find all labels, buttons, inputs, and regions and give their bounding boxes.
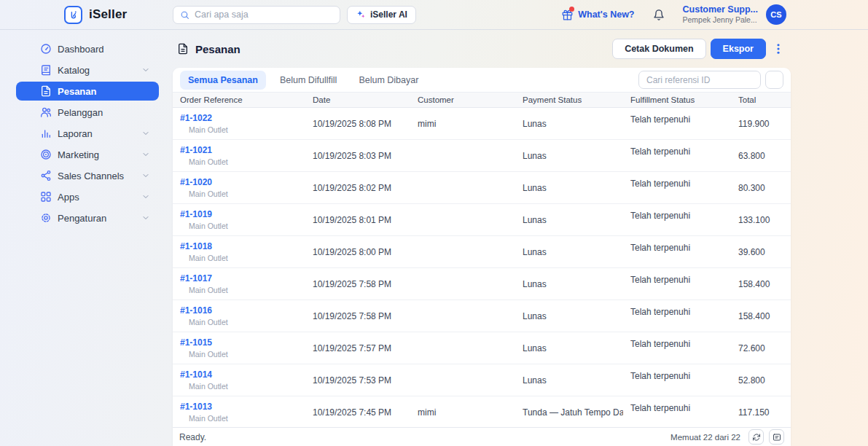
date-cell: 10/19/2025 7:57 PM: [305, 343, 410, 353]
account-menu[interactable]: Customer Supp... Pempek Jenny Pale... CS: [683, 4, 786, 26]
status-text: Ready.: [179, 432, 206, 442]
fulfillment-status-cell: Telah terpenuhi: [623, 236, 731, 253]
order-ref-link[interactable]: #1-1019: [180, 209, 305, 219]
sidebar-item-laporan[interactable]: Laporan: [16, 124, 159, 143]
sidebar-item-katalog[interactable]: Katalog: [16, 60, 159, 79]
sidebar-item-dashboard[interactable]: Dashboard: [16, 39, 159, 58]
iseller-logo-icon: [64, 6, 82, 24]
whats-new-link[interactable]: What's New?: [562, 9, 634, 20]
table-row[interactable]: #1-1018Main Outlet10/19/2025 8:00 PMLuna…: [173, 236, 791, 268]
fulfillment-status-cell: Telah terpenuhi: [623, 396, 731, 413]
chevron-down-icon: [141, 171, 150, 180]
order-ref-link[interactable]: #1-1016: [180, 305, 305, 316]
refresh-button[interactable]: [748, 429, 764, 445]
order-ref-link[interactable]: #1-1021: [180, 145, 305, 155]
order-ref-link[interactable]: #1-1015: [180, 337, 305, 348]
table-row[interactable]: #1-1015Main Outlet10/19/2025 7:57 PMLuna…: [173, 332, 791, 364]
tab-belum-dibayar[interactable]: Belum Dibayar: [351, 71, 426, 90]
payment-status-cell: Lunas: [515, 311, 623, 321]
fulfillment-status-cell: Telah terpenuhi: [623, 204, 731, 221]
sidebar-item-pengaturan[interactable]: Pengaturan: [16, 208, 159, 227]
outlet-label: Main Outlet: [180, 125, 305, 134]
payment-status-cell: Lunas: [515, 151, 623, 161]
table-header-row: Order ReferenceDateCustomerPayment Statu…: [173, 93, 791, 108]
sidebar-item-label: Marketing: [58, 149, 99, 160]
avatar[interactable]: CS: [766, 4, 786, 25]
sidebar-item-apps[interactable]: Apps: [16, 187, 159, 206]
total-cell: 52.800: [731, 375, 791, 386]
table-row[interactable]: #1-1021Main Outlet10/19/2025 8:03 PMLuna…: [173, 140, 791, 172]
fulfillment-status-cell: Telah terpenuhi: [623, 268, 731, 285]
payment-status-cell: Lunas: [515, 247, 623, 257]
tab-bar: Semua PesananBelum DifullfillBelum Dibay…: [173, 68, 791, 93]
table-row[interactable]: #1-1014Main Outlet10/19/2025 7:53 PMLuna…: [173, 364, 791, 396]
search-icon: [180, 10, 189, 20]
table-row[interactable]: #1-1022Main Outlet10/19/2025 8:08 PMmimi…: [173, 108, 791, 140]
notification-dot: [569, 7, 574, 12]
total-cell: 72.600: [731, 343, 791, 353]
payment-status-cell: Tunda — Jatuh Tempo Dalam 1: [515, 407, 623, 418]
order-ref-link[interactable]: #1-1013: [180, 402, 305, 412]
total-cell: 158.400: [731, 279, 791, 289]
more-actions-button[interactable]: [770, 39, 786, 59]
table-row[interactable]: #1-1017Main Outlet10/19/2025 7:58 PMLuna…: [173, 268, 791, 300]
sidebar-item-marketing[interactable]: Marketing: [16, 145, 159, 164]
order-ref-link[interactable]: #1-1022: [180, 113, 305, 123]
account-subtitle: Pempek Jenny Pale...: [683, 15, 758, 25]
outlet-label: Main Outlet: [180, 414, 305, 423]
column-header: Total: [731, 95, 791, 104]
customer-cell: mimi: [410, 119, 515, 129]
table-row[interactable]: #1-1013Main Outlet10/19/2025 7:45 PMmimi…: [173, 396, 791, 427]
top-bar: iSeller iSeller AI What's New? Customer …: [0, 0, 868, 30]
date-cell: 10/19/2025 7:45 PM: [305, 407, 410, 418]
iseller-ai-button[interactable]: iSeller AI: [347, 6, 416, 24]
outlet-label: Main Outlet: [180, 350, 305, 359]
column-header: Order Reference: [173, 95, 305, 104]
date-cell: 10/19/2025 8:08 PM: [305, 119, 410, 129]
app-logo[interactable]: iSeller: [0, 6, 173, 24]
date-cell: 10/19/2025 7:58 PM: [305, 279, 410, 289]
fulfillment-status-cell: Telah terpenuhi: [623, 364, 731, 381]
order-ref-link[interactable]: #1-1017: [180, 273, 305, 283]
sidebar-item-label: Dashboard: [58, 44, 104, 55]
print-documents-button[interactable]: Cetak Dokumen: [612, 39, 705, 59]
table-row[interactable]: #1-1020Main Outlet10/19/2025 8:02 PMLuna…: [173, 172, 791, 204]
global-search-input[interactable]: [195, 9, 333, 20]
catalog-icon: [40, 64, 52, 76]
app-logo-text: iSeller: [89, 7, 127, 22]
order-ref-link[interactable]: #1-1018: [180, 241, 305, 251]
order-reference-search-input[interactable]: [638, 71, 761, 89]
payment-status-cell: Lunas: [515, 183, 623, 193]
order-ref-link[interactable]: #1-1014: [180, 369, 305, 380]
tab-belum-difullfill[interactable]: Belum Difullfill: [272, 71, 345, 90]
table-row[interactable]: #1-1019Main Outlet10/19/2025 8:01 PMLuna…: [173, 204, 791, 236]
order-ref-link[interactable]: #1-1020: [180, 177, 305, 187]
reports-icon: [40, 128, 52, 139]
outlet-label: Main Outlet: [180, 222, 305, 230]
sidebar-item-pelanggan[interactable]: Pelanggan: [16, 103, 159, 122]
filter-toggle-button[interactable]: [765, 71, 783, 89]
customer-cell: mimi: [410, 407, 515, 418]
column-header: Customer: [410, 95, 515, 104]
table-body: #1-1022Main Outlet10/19/2025 8:08 PMmimi…: [173, 108, 791, 427]
payment-status-cell: Lunas: [515, 375, 623, 386]
payment-status-cell: Lunas: [515, 343, 623, 353]
tab-semua-pesanan[interactable]: Semua Pesanan: [180, 71, 266, 90]
global-search[interactable]: [173, 6, 340, 24]
chevron-down-icon: [141, 192, 150, 201]
main-content: Pesanan Cetak Dokumen Ekspor Semua Pesan…: [173, 30, 791, 446]
loaded-count: Memuat 22 dari 22: [670, 433, 740, 442]
apps-icon: [40, 191, 52, 203]
total-cell: 158.400: [731, 311, 791, 321]
date-cell: 10/19/2025 8:02 PM: [305, 183, 410, 193]
sidebar-item-sales-channels[interactable]: Sales Channels: [16, 166, 159, 185]
payment-status-cell: Lunas: [515, 279, 623, 289]
export-button[interactable]: Ekspor: [711, 39, 766, 59]
bell-icon[interactable]: [653, 9, 665, 21]
outlet-label: Main Outlet: [180, 382, 305, 391]
log-panel-button[interactable]: [769, 429, 784, 445]
fulfillment-status-cell: Telah terpenuhi: [623, 172, 731, 189]
sidebar-item-pesanan[interactable]: Pesanan: [16, 82, 159, 101]
table-row[interactable]: #1-1016Main Outlet10/19/2025 7:58 PMLuna…: [173, 300, 791, 332]
channels-icon: [40, 170, 52, 181]
